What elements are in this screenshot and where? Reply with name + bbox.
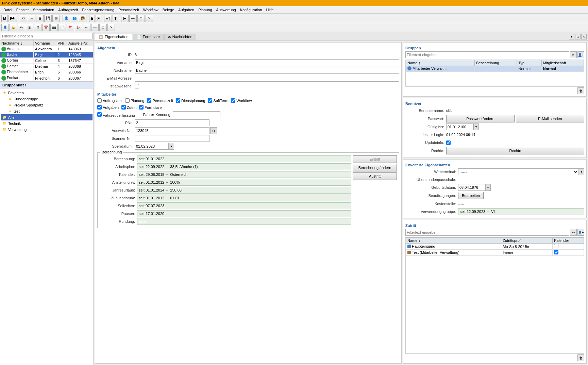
cb-formulare-input[interactable] xyxy=(139,105,144,110)
tb2-more-icon[interactable]: ⋯ xyxy=(83,24,90,31)
cb-personalzeit-input[interactable] xyxy=(147,98,151,103)
menu-workflow[interactable]: Workflow xyxy=(141,7,161,13)
vorname-input[interactable] xyxy=(135,59,399,66)
tree-item[interactable]: ★Kundengruppe xyxy=(6,96,93,102)
menu-stammdaten[interactable]: Stammdaten xyxy=(31,7,56,13)
zutritt-edit-icon[interactable]: ✏ xyxy=(570,229,577,236)
gruppen-col-name[interactable]: Name ↕ xyxy=(406,60,475,66)
person-table-row[interactable]: Fenkart Friedrich 6 208367 xyxy=(0,75,93,81)
tree-item[interactable]: ★Projekt Sportplatz xyxy=(6,102,93,108)
gruppen-filter-input[interactable] xyxy=(405,51,569,58)
col-ausweis[interactable]: Ausweis-Nr. xyxy=(67,40,93,46)
toolbar-save-btn[interactable]: 💾 xyxy=(44,15,52,22)
gruppen-row[interactable]: Mitarbeiter Verwalt... Normal Normal xyxy=(406,66,584,72)
menu-aufgaben[interactable]: Aufgaben xyxy=(176,7,196,13)
toolbar-minus-btn[interactable]: — xyxy=(129,15,137,22)
toolbar-e-btn[interactable]: E xyxy=(89,15,95,22)
gruppen-col-mitgliedschaft[interactable]: Mitgliedschaft xyxy=(541,60,584,66)
tb2-calendar-icon[interactable]: 📅 xyxy=(42,24,50,31)
geburtsdatum-dropdown-icon[interactable]: ▼ xyxy=(485,184,491,191)
col-vorname[interactable]: Vorname xyxy=(34,40,56,46)
col-nachname[interactable]: Nachname ↕ xyxy=(0,40,34,46)
menu-personalzeit[interactable]: Personalzeit xyxy=(116,7,141,13)
gueltig-dropdown-icon[interactable]: ▼ xyxy=(473,123,479,130)
toolbar-t-btn[interactable]: ≡T xyxy=(104,15,112,22)
scanner-input[interactable] xyxy=(135,135,209,142)
tb2-x2-icon[interactable]: ✕ xyxy=(107,24,115,31)
tb2-settings-icon[interactable]: ⚙ xyxy=(34,24,41,31)
tree-item[interactable]: 📁Alle xyxy=(1,114,93,120)
gruppen-remove-icon[interactable]: 🗑 xyxy=(577,87,584,94)
toolbar-f-btn[interactable]: ▶F xyxy=(9,15,17,22)
cb-zutritt-input[interactable] xyxy=(121,105,126,110)
tree-item[interactable]: ★Favoriten xyxy=(1,90,93,96)
gruppenfilter-header[interactable]: Gruppenfilter xyxy=(0,82,93,88)
fahrer-kennung-input[interactable] xyxy=(173,111,220,118)
person-filter-input[interactable] xyxy=(1,33,93,39)
cb-planung-input[interactable] xyxy=(125,98,130,103)
rechte-button[interactable]: Rechte xyxy=(446,147,584,154)
updateinfo-checkbox[interactable] xyxy=(446,140,451,145)
toolbar-person-btn[interactable]: 🧑 xyxy=(79,15,86,22)
zutritt-col-kalender[interactable]: Kalender xyxy=(553,238,584,244)
toolbar-t2-btn[interactable]: T xyxy=(113,15,118,22)
cb-auftragszeit-input[interactable] xyxy=(97,98,102,103)
berechnung-aendern-button[interactable]: Berechnung ändern xyxy=(353,164,397,171)
toolbar-m-btn[interactable]: M xyxy=(1,15,8,22)
email-senden-button[interactable]: E-Mail senden xyxy=(516,115,584,122)
menu-belege[interactable]: Belege xyxy=(161,7,176,13)
tb2-edit-icon[interactable]: ✏ xyxy=(18,24,25,31)
zutritt-row-haupteingang[interactable]: Haupteingang Mo-So 8-20 Uhr xyxy=(406,244,584,250)
zutritt-row-test[interactable]: Test (Mitarbeiter Verwaltung) Immer xyxy=(406,250,584,256)
passwort-aendern-button[interactable]: Passwort ändern xyxy=(446,115,515,122)
zutritt-test-cb[interactable] xyxy=(554,250,558,254)
beauftragungen-button[interactable]: Bearbeiten xyxy=(458,192,484,199)
cb-workflow-input[interactable] xyxy=(231,98,235,103)
menu-datei[interactable]: Datei xyxy=(1,7,14,13)
menu-konfiguration[interactable]: Konfiguration xyxy=(238,7,264,13)
tab-formulare[interactable]: 📄 Formulare xyxy=(133,34,164,40)
toolbar-x-btn[interactable]: ✕ xyxy=(146,15,153,22)
tree-item[interactable]: ★test xyxy=(6,108,93,114)
toolbar-f2-btn[interactable]: F xyxy=(96,15,101,22)
cb-aufgaben-input[interactable] xyxy=(97,105,102,110)
tb2-document-icon[interactable]: 📄 xyxy=(58,24,66,31)
tab-ctrl-min[interactable]: ▼ xyxy=(569,34,574,39)
toolbar-arrow-btn[interactable]: ▶ xyxy=(121,15,129,22)
eintritt-button[interactable]: Eintritt xyxy=(353,155,397,163)
tab-eigenschaften[interactable]: 📋 Eigenschaften xyxy=(95,34,132,40)
person-table-row[interactable]: Ebersbächer Erich 5 208366 xyxy=(0,69,93,75)
menu-hilfe[interactable]: Hilfe xyxy=(264,7,275,13)
menu-planung[interactable]: Planung xyxy=(196,7,214,13)
toolbar-user-btn[interactable]: 👤 xyxy=(63,15,70,22)
tree-item[interactable]: 📁Verwaltung xyxy=(1,127,93,133)
sperrdatum-dropdown-icon[interactable]: ▼ xyxy=(169,143,174,150)
menu-fenster[interactable]: Fenster xyxy=(14,7,31,13)
col-pnr[interactable]: PNr xyxy=(56,40,67,46)
tb2-delete-icon[interactable]: 🗑 xyxy=(26,24,33,31)
toolbar-grid-btn[interactable]: ⊞ xyxy=(52,15,60,22)
austritt-button[interactable]: Austritt xyxy=(353,172,397,180)
tb2-user-icon[interactable]: 👤 xyxy=(1,24,9,31)
tab-nachrichten[interactable]: ✉ Nachrichten xyxy=(164,34,196,40)
tb2-photo-icon[interactable]: 📷 xyxy=(50,24,58,31)
toolbar-square-btn[interactable]: □ xyxy=(137,15,145,22)
nachname-input[interactable] xyxy=(135,67,399,74)
toolbar-group-btn[interactable]: 👥 xyxy=(71,15,78,22)
tree-item[interactable]: 📁Technik xyxy=(1,120,93,127)
tab-ctrl-close[interactable]: ✕ xyxy=(581,34,587,39)
tab-ctrl-max[interactable]: □ xyxy=(575,34,581,39)
gruppen-col-beschreibung[interactable]: Beschreibung xyxy=(475,60,517,66)
zutritt-col-name[interactable]: Name ↕ xyxy=(406,238,501,244)
toolbar-print-btn[interactable]: 🖨 xyxy=(36,15,44,22)
zutritt-col-profil[interactable]: Zutrittsprofil xyxy=(501,238,553,244)
zutritt-haupteingang-cb[interactable] xyxy=(554,244,558,248)
gruppen-col-typ[interactable]: Typ xyxy=(517,60,541,66)
zutritt-add-icon[interactable]: 👤+ xyxy=(577,229,584,236)
toolbar-refresh-btn[interactable]: ↺ xyxy=(20,15,27,22)
cb-softterm-input[interactable] xyxy=(208,98,212,103)
zutritt-filter-input[interactable] xyxy=(405,229,569,236)
person-table-row[interactable]: Corber Celine 3 137647 xyxy=(0,58,93,64)
person-table-row[interactable]: Bacher Birgit 2 123045 xyxy=(0,52,93,58)
cb-dienstplanung-input[interactable] xyxy=(176,98,180,103)
